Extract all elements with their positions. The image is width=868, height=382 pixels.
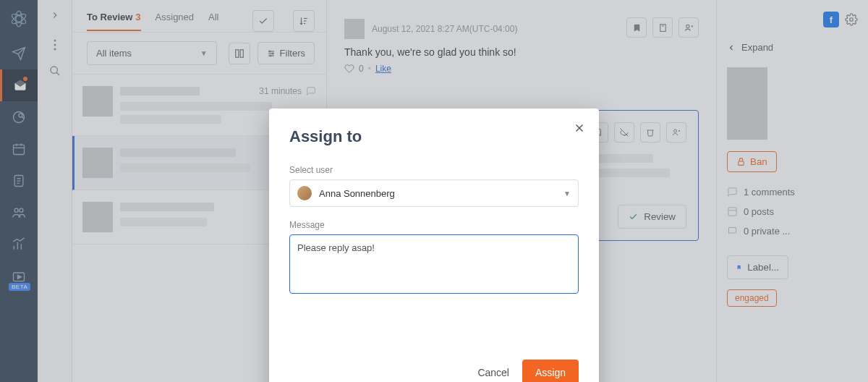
select-user-label: Select user	[289, 165, 579, 175]
message-label: Message	[289, 220, 579, 230]
message-input[interactable]	[289, 234, 579, 294]
chevron-down-icon: ▼	[563, 190, 571, 198]
assign-modal: Assign to Select user Anna Sonnenberg ▼ …	[269, 109, 599, 382]
user-avatar	[297, 186, 312, 200]
close-icon[interactable]	[573, 122, 586, 135]
modal-overlay[interactable]: Assign to Select user Anna Sonnenberg ▼ …	[0, 0, 868, 382]
user-select[interactable]: Anna Sonnenberg ▼	[289, 179, 579, 207]
modal-title: Assign to	[289, 127, 579, 146]
selected-user-name: Anna Sonnenberg	[319, 188, 395, 199]
cancel-button[interactable]: Cancel	[475, 361, 512, 382]
assign-submit-button[interactable]: Assign	[522, 360, 579, 382]
